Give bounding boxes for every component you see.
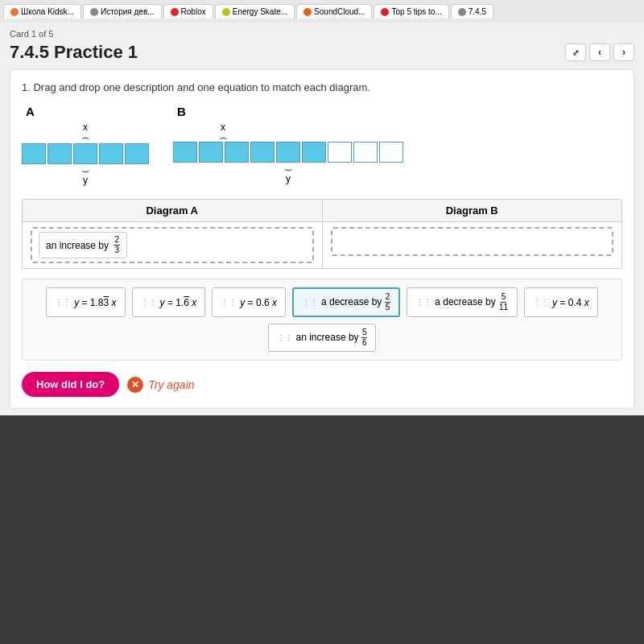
drag-handle: ⋮⋮	[533, 298, 549, 307]
chip-y-06x[interactable]: ⋮⋮ y = 0.6 x	[212, 287, 286, 317]
page-title-text: 7.4.5 Practice 1	[10, 42, 138, 63]
chip-y-04x[interactable]: ⋮⋮ y = 0.4 x	[524, 287, 598, 317]
drag-handle: ⋮⋮	[302, 298, 318, 307]
chip-increase-56[interactable]: ⋮⋮ an increase by 56	[268, 324, 377, 352]
tab-5[interactable]: SoundCloud...	[296, 4, 372, 19]
chip-decrease-511[interactable]: ⋮⋮ a decrease by 511	[407, 287, 518, 317]
table-body: an increase by 23	[23, 222, 621, 268]
instructions-text: 1. Drag and drop one description and one…	[22, 81, 622, 93]
problem-card: 1. Drag and drop one description and one…	[10, 69, 634, 409]
tab-4[interactable]: Energy Skate...	[215, 4, 295, 19]
card-label: Card 1 of 5	[10, 29, 634, 39]
chip-decrease-25[interactable]: ⋮⋮ a decrease by 25	[292, 287, 400, 317]
tab-2[interactable]: История дев...	[83, 4, 162, 19]
try-again-row: ✕ Try again	[127, 377, 194, 393]
placed-chip-a: an increase by 23	[39, 232, 127, 258]
drag-handle: ⋮⋮	[55, 298, 71, 307]
tab-6[interactable]: Top 5 tips to...	[374, 4, 448, 19]
drag-handle: ⋮⋮	[221, 298, 237, 307]
bar-cell	[99, 143, 123, 164]
nav-buttons: ⤢ ‹ ›	[565, 43, 634, 61]
tab-1[interactable]: Школа Kidsk...	[3, 4, 81, 19]
diagram-a-bar	[22, 143, 149, 164]
bar-cell	[353, 142, 378, 163]
bar-cell	[276, 142, 300, 163]
bar-cell	[173, 142, 197, 163]
bar-cell	[199, 142, 223, 163]
expand-button[interactable]: ⤢	[565, 43, 586, 61]
drop-zone-b[interactable]	[323, 222, 622, 268]
chip-label: y = 0.6 x	[240, 297, 277, 308]
drag-handle: ⋮⋮	[415, 298, 431, 307]
diagram-a-label: A	[26, 105, 35, 118]
chip-label: y = 1.6 x	[160, 297, 197, 308]
drop-zone-a[interactable]: an increase by 23	[23, 222, 323, 268]
diagram-b-y-label: y	[286, 173, 291, 184]
drop-area-a[interactable]: an increase by 23	[31, 227, 314, 263]
chip-label: y = 1.83 x	[74, 297, 116, 308]
next-button[interactable]: ›	[613, 43, 634, 61]
drop-area-b[interactable]	[331, 227, 614, 256]
table-header: Diagram A Diagram B	[23, 200, 621, 222]
diagrams-row: A x ⌢	[22, 105, 622, 186]
chip-y-16x[interactable]: ⋮⋮ y = 1.6 x	[132, 287, 206, 317]
bar-cell	[73, 143, 97, 164]
bar-cell	[379, 142, 403, 163]
chip-label: a decrease by 25	[321, 292, 390, 312]
tab-7[interactable]: 7.4.5	[451, 4, 493, 19]
bottom-row: How did I do? ✕ Try again	[22, 372, 622, 397]
header-diagram-a: Diagram A	[23, 200, 323, 221]
bar-cell	[302, 142, 326, 163]
drag-handle: ⋮⋮	[277, 333, 293, 342]
bar-cell	[125, 143, 149, 164]
drag-handle: ⋮⋮	[141, 298, 157, 307]
diagram-b: B x ⌢	[173, 105, 403, 184]
chip-label: an increase by 56	[296, 328, 368, 348]
how-did-i-do-button[interactable]: How did I do?	[22, 372, 119, 397]
prev-button[interactable]: ‹	[589, 43, 610, 61]
browser-tabs: Школа Kidsk... История дев... Roblox Ene…	[0, 0, 644, 23]
page-title-row: 7.4.5 Practice 1 ⤢ ‹ ›	[10, 42, 634, 63]
diagram-a-y-label: y	[83, 175, 88, 186]
diagram-a: A x ⌢	[22, 105, 149, 186]
chip-label: a decrease by 511	[435, 292, 509, 312]
drop-table: Diagram A Diagram B an increase by 23	[22, 199, 622, 269]
tab-3[interactable]: Roblox	[163, 4, 213, 19]
chips-area: ⋮⋮ y = 1.83 x ⋮⋮ y = 1.6 x ⋮⋮ y = 0.6 x …	[22, 279, 622, 361]
bar-cell	[328, 142, 352, 163]
bar-cell	[47, 143, 72, 164]
chip-label: y = 0.4 x	[552, 297, 589, 308]
header-diagram-b: Diagram B	[323, 200, 622, 221]
bar-cell	[225, 142, 249, 163]
diagram-b-label: B	[177, 105, 186, 118]
bar-cell	[250, 142, 275, 163]
diagram-b-bar	[173, 142, 403, 163]
chip-y-183x[interactable]: ⋮⋮ y = 1.83 x	[46, 287, 125, 317]
dark-bottom-bar	[0, 415, 644, 448]
try-again-text[interactable]: Try again	[148, 378, 194, 391]
x-icon: ✕	[127, 377, 143, 393]
bar-cell	[22, 143, 46, 164]
main-content: Card 1 of 5 7.4.5 Practice 1 ⤢ ‹ › 1. Dr…	[0, 23, 644, 415]
